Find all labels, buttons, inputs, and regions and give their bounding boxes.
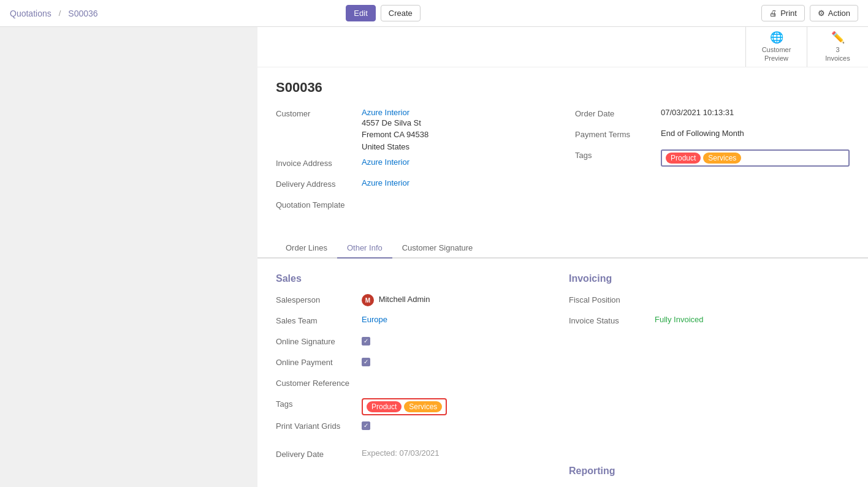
print-variant-grids-value: ✓ bbox=[362, 420, 557, 430]
salesperson-avatar: M bbox=[362, 294, 374, 306]
online-payment-label: Online Payment bbox=[276, 357, 362, 367]
delivery-date-field: Delivery Date Expected: 07/03/2021 bbox=[276, 448, 557, 464]
form-right: Order Date 07/03/2021 10:13:31 Payment T… bbox=[563, 108, 850, 221]
fiscal-position-label: Fiscal Position bbox=[569, 294, 655, 304]
tab-other-info[interactable]: Other Info bbox=[337, 238, 392, 259]
tags-box[interactable]: Product Services bbox=[661, 149, 850, 167]
online-signature-value: ✓ bbox=[362, 336, 557, 345]
print-variant-grids-checkbox[interactable]: ✓ bbox=[362, 421, 370, 430]
delivery-date-value: Expected: 07/03/2021 bbox=[362, 448, 557, 458]
online-payment-field: Online Payment ✓ bbox=[276, 357, 557, 372]
record-action-bar: 🌐 CustomerPreview ✏️ 3Invoices bbox=[257, 27, 868, 67]
invoice-status-value: Fully Invoiced bbox=[655, 315, 850, 324]
customer-link[interactable]: Azure Interior bbox=[362, 108, 409, 117]
col-right: Invoicing Fiscal Position Invoice Status… bbox=[569, 273, 850, 487]
tag-product-sales: Product bbox=[367, 401, 402, 412]
record-title: S00036 bbox=[276, 80, 850, 96]
main-content: 🌐 CustomerPreview ✏️ 3Invoices S00036 Cu… bbox=[257, 27, 868, 487]
customer-reference-label: Customer Reference bbox=[276, 377, 362, 388]
sales-section-title: Sales bbox=[276, 273, 557, 284]
breadcrumb-quotations[interactable]: Quotations bbox=[10, 9, 51, 18]
order-date-field: Order Date 07/03/2021 10:13:31 bbox=[575, 108, 850, 124]
delivery-address-field: Delivery Address Azure Interior bbox=[276, 178, 538, 194]
invoice-status-label: Invoice Status bbox=[569, 315, 655, 325]
tab-order-lines[interactable]: Order Lines bbox=[276, 238, 337, 259]
print-variant-grids-field: Print Variant Grids ✓ bbox=[276, 420, 557, 436]
payment-terms-field: Payment Terms End of Following Month bbox=[575, 129, 850, 145]
customer-preview-button[interactable]: 🌐 CustomerPreview bbox=[745, 27, 807, 67]
tags-label-sales: Tags bbox=[276, 398, 362, 409]
payment-terms-value: End of Following Month bbox=[661, 129, 850, 138]
top-bar: Quotations / S00036 Edit Create 🖨 Print … bbox=[0, 0, 868, 27]
tabs-bar: Order Lines Other Info Customer Signatur… bbox=[257, 238, 868, 259]
print-variant-grids-label: Print Variant Grids bbox=[276, 420, 362, 431]
sidebar bbox=[0, 27, 257, 487]
salesperson-name: Mitchell Admin bbox=[379, 295, 430, 304]
customer-label: Customer bbox=[276, 108, 362, 118]
invoice-address-link[interactable]: Azure Interior bbox=[362, 157, 409, 167]
order-date-label: Order Date bbox=[575, 108, 661, 118]
form-section: Customer Azure Interior 4557 De Silva St… bbox=[257, 108, 868, 233]
form-left: Customer Azure Interior 4557 De Silva St… bbox=[276, 108, 563, 221]
sales-team-value: Europe bbox=[362, 315, 557, 324]
globe-icon: 🌐 bbox=[770, 31, 783, 44]
tag-services-sales: Services bbox=[404, 401, 442, 412]
delivery-section: Delivery Date Expected: 07/03/2021 bbox=[276, 448, 557, 464]
online-payment-value: ✓ bbox=[362, 357, 557, 366]
invoice-address-field: Invoice Address Azure Interior bbox=[276, 157, 538, 173]
invoice-address-label: Invoice Address bbox=[276, 157, 362, 168]
col-left: Sales Salesperson M Mitchell Admin Sales… bbox=[276, 273, 557, 487]
action-button[interactable]: ⚙ Action bbox=[810, 5, 858, 21]
tags-field-header: Tags Product Services bbox=[575, 149, 850, 167]
print-button[interactable]: 🖨 Print bbox=[761, 5, 805, 21]
tag-product-header: Product bbox=[666, 153, 701, 164]
tags-highlighted-box[interactable]: Product Services bbox=[362, 398, 447, 415]
customer-address: 4557 De Silva St Fremont CA 94538 United… bbox=[362, 117, 538, 153]
customer-reference-field: Customer Reference bbox=[276, 377, 557, 393]
tab-content-other-info: Sales Salesperson M Mitchell Admin Sales… bbox=[257, 259, 868, 487]
edit-doc-icon: ✏️ bbox=[831, 31, 845, 44]
delivery-address-label: Delivery Address bbox=[276, 178, 362, 189]
sales-team-label: Sales Team bbox=[276, 315, 362, 325]
salesperson-label: Salesperson bbox=[276, 294, 362, 304]
tags-field-sales: Tags Product Services bbox=[276, 398, 557, 415]
tags-value-sales: Product Services bbox=[362, 398, 557, 415]
online-signature-checkbox[interactable]: ✓ bbox=[362, 337, 370, 345]
delivery-address-link[interactable]: Azure Interior bbox=[362, 178, 409, 187]
tab-customer-signature[interactable]: Customer Signature bbox=[392, 238, 483, 259]
invoicing-section-title: Invoicing bbox=[569, 273, 850, 284]
delivery-address-value: Azure Interior bbox=[362, 178, 538, 187]
sales-team-link[interactable]: Europe bbox=[362, 315, 387, 324]
online-signature-field: Online Signature ✓ bbox=[276, 336, 557, 352]
customer-value: Azure Interior 4557 De Silva St Fremont … bbox=[362, 108, 538, 153]
invoice-status-field: Invoice Status Fully Invoiced bbox=[569, 315, 850, 331]
invoice-address-value: Azure Interior bbox=[362, 157, 538, 167]
invoices-button[interactable]: ✏️ 3Invoices bbox=[807, 27, 868, 67]
print-icon: 🖨 bbox=[769, 9, 777, 18]
breadcrumb-separator: / bbox=[59, 9, 61, 18]
gear-icon: ⚙ bbox=[818, 9, 825, 18]
tag-services-header: Services bbox=[703, 153, 741, 164]
record-header: S00036 bbox=[257, 67, 868, 96]
reporting-section: Reporting Source Document Campaign Mediu… bbox=[569, 466, 850, 487]
reporting-section-title: Reporting bbox=[569, 466, 850, 477]
quotation-template-field: Quotation Template bbox=[276, 199, 538, 215]
order-date-value: 07/03/2021 10:13:31 bbox=[661, 108, 850, 117]
quotation-template-label: Quotation Template bbox=[276, 199, 362, 210]
customer-field: Customer Azure Interior 4557 De Silva St… bbox=[276, 108, 538, 153]
tags-label-header: Tags bbox=[575, 149, 661, 160]
delivery-date-label: Delivery Date bbox=[276, 448, 362, 459]
fiscal-position-field: Fiscal Position bbox=[569, 294, 850, 310]
salesperson-value: M Mitchell Admin bbox=[362, 294, 557, 306]
edit-button[interactable]: Edit bbox=[346, 5, 375, 21]
create-button[interactable]: Create bbox=[381, 5, 421, 21]
breadcrumb-current: S00036 bbox=[68, 9, 97, 18]
payment-terms-label: Payment Terms bbox=[575, 129, 661, 139]
salesperson-field: Salesperson M Mitchell Admin bbox=[276, 294, 557, 310]
online-payment-checkbox[interactable]: ✓ bbox=[362, 358, 370, 366]
sales-team-field: Sales Team Europe bbox=[276, 315, 557, 331]
tags-value-header: Product Services bbox=[661, 149, 850, 167]
online-signature-label: Online Signature bbox=[276, 336, 362, 346]
